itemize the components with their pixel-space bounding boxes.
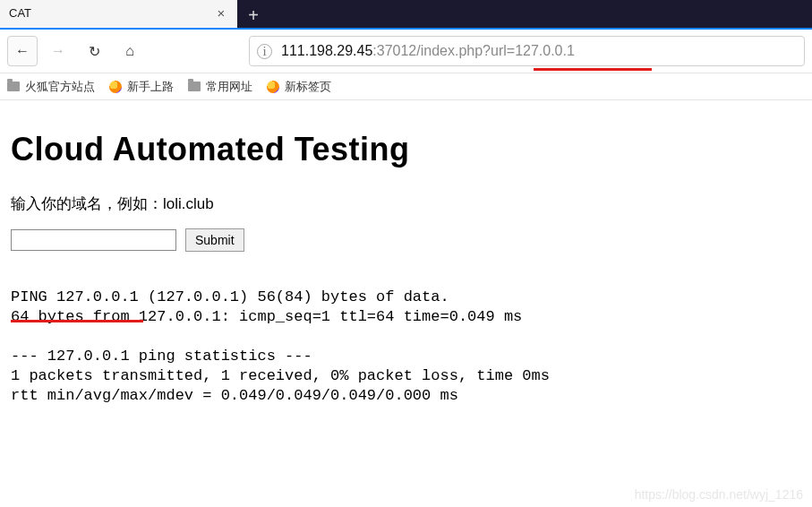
url-host: 111.198.29.45 (281, 43, 372, 59)
forward-button[interactable]: → (43, 36, 73, 66)
tab-title: CAT (9, 6, 214, 20)
bookmark-new-tab[interactable]: 新标签页 (267, 79, 331, 95)
reload-button[interactable]: ↻ (79, 36, 109, 66)
domain-prompt: 输入你的域名，例如：loli.club (11, 193, 801, 214)
watermark: https://blog.csdn.net/wyj_1216 (635, 487, 803, 502)
home-icon: ⌂ (125, 43, 134, 59)
annotation-ping-underline (11, 320, 143, 322)
bookmark-common-sites[interactable]: 常用网址 (188, 79, 252, 95)
close-icon[interactable]: × (214, 5, 228, 21)
back-button[interactable]: ← (7, 36, 38, 66)
home-button[interactable]: ⌂ (115, 36, 145, 66)
firefox-icon (109, 81, 122, 93)
info-icon[interactable]: i (257, 44, 272, 59)
arrow-left-icon: ← (15, 43, 30, 59)
tab-active[interactable]: CAT × (0, 0, 237, 28)
page-content: Cloud Automated Testing 输入你的域名，例如：loli.c… (0, 100, 812, 406)
reload-icon: ↻ (89, 43, 100, 60)
bookmarks-bar: 火狐官方站点 新手上路 常用网址 新标签页 (0, 73, 812, 100)
arrow-right-icon: → (51, 43, 65, 59)
annotation-url-underline (534, 68, 652, 71)
bookmark-label: 新手上路 (127, 79, 174, 95)
bookmark-firefox-official[interactable]: 火狐官方站点 (7, 79, 95, 95)
url-bar[interactable]: i 111.198.29.45:37012/index.php?url=127.… (249, 36, 805, 66)
bookmark-label: 火狐官方站点 (25, 79, 95, 95)
firefox-icon (267, 81, 279, 93)
domain-form: Submit (11, 228, 801, 252)
url-rest: :37012/index.php?url=127.0.0.1 (372, 43, 575, 59)
new-tab-button[interactable]: + (241, 3, 266, 28)
submit-button[interactable]: Submit (185, 228, 244, 252)
page-heading: Cloud Automated Testing (11, 131, 801, 168)
bookmark-getting-started[interactable]: 新手上路 (109, 79, 174, 95)
folder-icon (188, 82, 201, 91)
nav-toolbar: ← → ↻ ⌂ i 111.198.29.45:37012/index.php?… (0, 30, 812, 73)
folder-icon (7, 82, 20, 91)
ping-output: PING 127.0.0.1 (127.0.0.1) 56(84) bytes … (11, 288, 801, 406)
bookmark-label: 新标签页 (285, 79, 331, 95)
tab-strip: CAT × + (0, 0, 812, 30)
bookmark-label: 常用网址 (206, 79, 252, 95)
domain-input[interactable] (11, 229, 176, 251)
